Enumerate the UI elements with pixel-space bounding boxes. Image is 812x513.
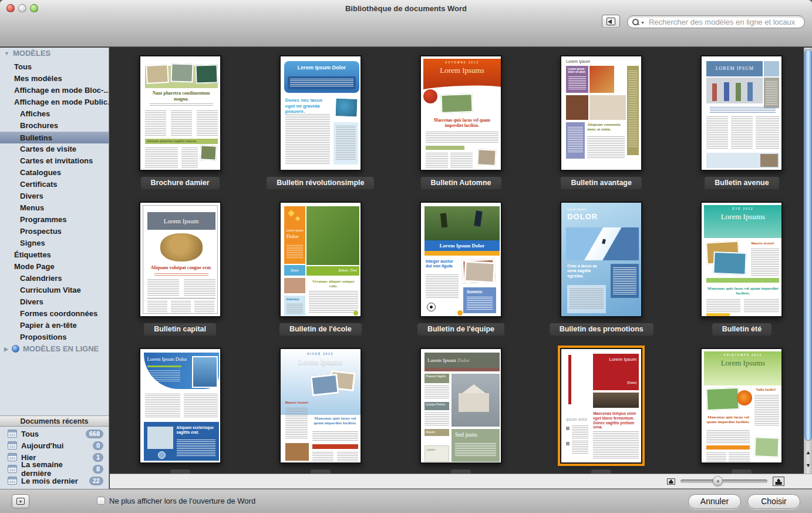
sidebar-item-signes[interactable]: Signes [0, 237, 109, 249]
panel-toggle-icon: ▼ [16, 498, 25, 505]
template-item-bulletin-ete[interactable]: ÉTÉ 2012 Lorem Ipsums Mauris lorem! Maec… [672, 194, 812, 340]
template-thumbnail[interactable]: Lorem Ipsum Dolor [Date] [Édition] : [Ti… [279, 202, 362, 317]
template-thumbnail[interactable]: ÉTÉ 2012 Lorem Ipsums Mauris lorem! Maec… [700, 202, 783, 317]
masthead: Lorem Ipsum Dolor [424, 353, 500, 368]
template-label: Bulletin avantage [561, 177, 642, 189]
sidebar-item-certificats[interactable]: Certificats [0, 179, 109, 190]
collapse-gallery-button[interactable] [602, 15, 620, 28]
recent-item-mois-dernier[interactable]: Le mois dernier22 [0, 475, 109, 487]
template-item-bulletin-avenue[interactable]: LOREM IPSUM Bulletin avenue [672, 48, 812, 194]
sidebar-item-divers-2[interactable]: Divers [0, 296, 109, 308]
text-lines [287, 304, 303, 313]
recent-item-tous[interactable]: Tous668 [0, 428, 109, 440]
sidebar-item-affichage-public[interactable]: Affichage en mode Public... [0, 96, 109, 108]
template-thumbnail[interactable]: Lorem Ipsum Dolor Aliquam scelerisque sa… [139, 348, 221, 464]
sidebar-item-papier-en-tete[interactable]: Papier à en-tête [0, 320, 109, 331]
template-item-row3-3[interactable]: Lorem Ipsum Dolor Praesent Sagittis Quis… [390, 340, 531, 474]
template-thumbnail[interactable]: Nam pharetra condimentum magna. Aenean p… [139, 55, 221, 171]
text-lines [285, 408, 308, 440]
search-input[interactable] [648, 17, 800, 27]
vertical-scrollbar[interactable]: ▲ ▼ [803, 48, 812, 474]
template-item-bulletin-capital[interactable]: Lorem Ipsum Aliquam volutpat congue erat… [110, 194, 250, 340]
sidebar-item-curriculum-vitae[interactable]: Curriculum Vitae [0, 284, 109, 296]
template-item-bulletin-avantage[interactable]: Lorem Ipsum Lorem ipsum dolor sit amet A… [531, 48, 672, 194]
sidebar-item-mes-modeles[interactable]: Mes modèles [0, 73, 109, 85]
search-field[interactable]: ▼ [627, 15, 805, 28]
zoom-slider-track[interactable] [680, 480, 767, 483]
text-lines [426, 132, 498, 143]
thumb-headline: Aliquam scelerisque sagittis erat. [177, 425, 215, 435]
scrollbar-thumb[interactable] [804, 49, 812, 441]
template-item-row3-2[interactable]: HIVER 2012 Lorem Ipsums Mauris lorem! Ma… [250, 340, 390, 474]
sidebar-item-affiches[interactable]: Affiches [0, 108, 109, 120]
sidebar-item-affichage-bloc[interactable]: Affichage en mode Bloc-... [0, 85, 109, 96]
template-thumbnail[interactable]: Lorem Ipsum DOLOR Cras a lacus ac urna s… [560, 202, 642, 317]
template-thumbnail-selected[interactable]: Lorem Ipsum [Date] ipsum dolor Maecenas … [560, 348, 642, 464]
template-thumbnail[interactable]: HIVER 2012 Lorem Ipsums Mauris lorem! Ma… [279, 348, 362, 464]
template-label [311, 470, 331, 474]
sidebar-item-brochures[interactable]: Brochures [0, 120, 109, 132]
recent-item-semaine-derniere[interactable]: La semaine dernière8 [0, 463, 109, 475]
template-item-row3-5[interactable]: PRINTEMPS 2012 Lorem Ipsums Nulla facili… [672, 340, 812, 474]
template-item-row3-4-selected[interactable]: Lorem Ipsum [Date] ipsum dolor Maecenas … [531, 340, 672, 474]
template-thumbnail[interactable]: AUTOMNE 2012 Lorem Ipsums Maecenas quis … [420, 55, 502, 171]
hide-on-open-checkbox[interactable] [97, 497, 105, 505]
photo-block [424, 206, 500, 240]
template-item-bulletin-ecole[interactable]: Lorem Ipsum Dolor [Date] [Édition] : [Ti… [250, 194, 390, 340]
media-browser-button[interactable]: ▼ [12, 494, 29, 508]
recent-documents: Documents récents Tous668 Aujourd'hui0 H… [0, 415, 109, 489]
scroll-down-arrow[interactable]: ▼ [804, 460, 812, 471]
cancel-button[interactable]: Annuler [688, 494, 741, 509]
sidebar-section-templates[interactable]: ▼ MODÈLES [0, 48, 109, 59]
disclosure-triangle-icon[interactable]: ▼ [4, 48, 9, 59]
template-thumbnail[interactable]: Lorem Ipsum Dolor Integer auctor dui non… [420, 202, 502, 317]
template-item-bulletin-promotions[interactable]: Lorem Ipsum DOLOR Cras a lacus ac urna s… [531, 194, 672, 340]
sidebar-item-bulletins[interactable]: Bulletins [0, 132, 109, 143]
count-badge: 0 [93, 441, 103, 450]
template-item-bulletin-equipe[interactable]: Lorem Ipsum Dolor Integer auctor dui non… [390, 194, 531, 340]
sidebar-item-formes-coordonnees[interactable]: Formes coordonnées [0, 308, 109, 320]
sidebar-item-divers[interactable]: Divers [0, 190, 109, 202]
template-item-row3-1[interactable]: Lorem Ipsum Dolor Aliquam scelerisque sa… [110, 340, 250, 474]
template-thumbnail[interactable]: PRINTEMPS 2012 Lorem Ipsums Nulla facili… [700, 348, 783, 464]
sidebar-item-cartes-de-visite[interactable]: Cartes de visite [0, 143, 109, 155]
sidebar-item-tous[interactable]: Tous [0, 61, 109, 73]
sidebar-item-menus[interactable]: Menus [0, 202, 109, 214]
choose-button[interactable]: Choisir [747, 494, 800, 509]
template-item-bulletin-automne[interactable]: AUTOMNE 2012 Lorem Ipsums Maecenas quis … [390, 48, 531, 194]
sidebar-item-propositions[interactable]: Propositions [0, 331, 109, 343]
sidebar-item-prospectus[interactable]: Prospectus [0, 226, 109, 237]
photo-block [464, 261, 496, 284]
masthead: Lorem Ipsum [147, 212, 215, 230]
thumb-title: Lorem Ipsums [704, 358, 781, 368]
disclosure-triangle-icon[interactable]: ▶ [4, 343, 8, 355]
sidebar-item-mode-page[interactable]: Mode Page [0, 261, 109, 273]
thumb-title-2: Dolor [457, 357, 470, 363]
chevron-down-icon[interactable]: ▼ [641, 21, 645, 25]
gallery-row: Nam pharetra condimentum magna. Aenean p… [110, 48, 812, 194]
photo-block [589, 66, 614, 93]
sidebar-item-catalogues[interactable]: Catalogues [0, 167, 109, 179]
scroll-up-arrow[interactable]: ▲ [804, 447, 812, 458]
photo-block [477, 149, 496, 166]
template-item-brochure-damier[interactable]: Nam pharetra condimentum magna. Aenean p… [110, 48, 250, 194]
sidebar-item-programmes[interactable]: Programmes [0, 214, 109, 226]
template-thumbnail[interactable]: Lorem Ipsum Dolor Praesent Sagittis Quis… [420, 348, 502, 464]
text-lines [309, 291, 358, 313]
recent-item-aujourdhui[interactable]: Aujourd'hui0 [0, 440, 109, 451]
zoom-in-thumbnail-icon[interactable] [773, 477, 784, 486]
text-lines [145, 110, 166, 136]
count-badge: 22 [89, 477, 103, 485]
zoom-slider-handle[interactable] [713, 476, 723, 486]
template-item-bulletin-revolutionsimple[interactable]: Lorem Ipsum Dolor Donec nec lacus eget m… [250, 48, 390, 194]
sidebar-item-cartes-invitations[interactable]: Cartes et invitations [0, 155, 109, 167]
template-thumbnail[interactable]: LOREM IPSUM [700, 55, 783, 171]
sidebar-item-calendriers[interactable]: Calendriers [0, 273, 109, 284]
zoom-out-thumbnail-icon[interactable] [667, 478, 675, 485]
template-thumbnail[interactable]: Lorem Ipsum Lorem ipsum dolor sit amet A… [560, 55, 642, 171]
thumb-title: Lorem Ipsum Dolor [284, 65, 359, 71]
sidebar-section-online-templates[interactable]: ▶ MODÈLES EN LIGNE [0, 343, 109, 355]
template-thumbnail[interactable]: Lorem Ipsum Dolor Donec nec lacus eget m… [279, 55, 362, 171]
template-thumbnail[interactable]: Lorem Ipsum Aliquam volutpat congue erat… [139, 202, 221, 317]
sidebar-item-etiquettes[interactable]: Étiquettes [0, 249, 109, 261]
